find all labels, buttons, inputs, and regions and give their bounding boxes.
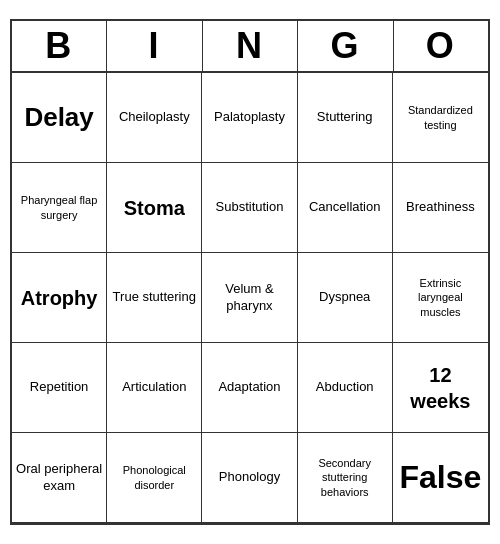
header-n: N: [203, 21, 298, 71]
bingo-cell-3[interactable]: Stuttering: [298, 73, 393, 163]
header-i: I: [107, 21, 202, 71]
bingo-cell-2[interactable]: Palatoplasty: [202, 73, 297, 163]
bingo-cell-20[interactable]: Oral peripheral exam: [12, 433, 107, 523]
bingo-cell-1[interactable]: Cheiloplasty: [107, 73, 202, 163]
bingo-cell-19[interactable]: 12 weeks: [393, 343, 488, 433]
bingo-cell-6[interactable]: Stoma: [107, 163, 202, 253]
header-g: G: [298, 21, 393, 71]
bingo-cell-16[interactable]: Articulation: [107, 343, 202, 433]
bingo-cell-0[interactable]: Delay: [12, 73, 107, 163]
bingo-cell-7[interactable]: Substitution: [202, 163, 297, 253]
header-b: B: [12, 21, 107, 71]
bingo-cell-22[interactable]: Phonology: [202, 433, 297, 523]
bingo-cell-8[interactable]: Cancellation: [298, 163, 393, 253]
bingo-cell-5[interactable]: Pharyngeal flap surgery: [12, 163, 107, 253]
bingo-cell-13[interactable]: Dyspnea: [298, 253, 393, 343]
bingo-header: B I N G O: [12, 21, 488, 71]
bingo-cell-23[interactable]: Secondary stuttering behaviors: [298, 433, 393, 523]
bingo-cell-11[interactable]: True stuttering: [107, 253, 202, 343]
bingo-cell-21[interactable]: Phonological disorder: [107, 433, 202, 523]
bingo-grid: DelayCheiloplastyPalatoplastyStutteringS…: [12, 71, 488, 523]
bingo-card: B I N G O DelayCheiloplastyPalatoplastyS…: [10, 19, 490, 525]
bingo-cell-12[interactable]: Velum & pharynx: [202, 253, 297, 343]
bingo-cell-24[interactable]: False: [393, 433, 488, 523]
bingo-cell-17[interactable]: Adaptation: [202, 343, 297, 433]
header-o: O: [394, 21, 488, 71]
bingo-cell-9[interactable]: Breathiness: [393, 163, 488, 253]
bingo-cell-18[interactable]: Abduction: [298, 343, 393, 433]
bingo-cell-15[interactable]: Repetition: [12, 343, 107, 433]
bingo-cell-10[interactable]: Atrophy: [12, 253, 107, 343]
bingo-cell-14[interactable]: Extrinsic laryngeal muscles: [393, 253, 488, 343]
bingo-cell-4[interactable]: Standardized testing: [393, 73, 488, 163]
